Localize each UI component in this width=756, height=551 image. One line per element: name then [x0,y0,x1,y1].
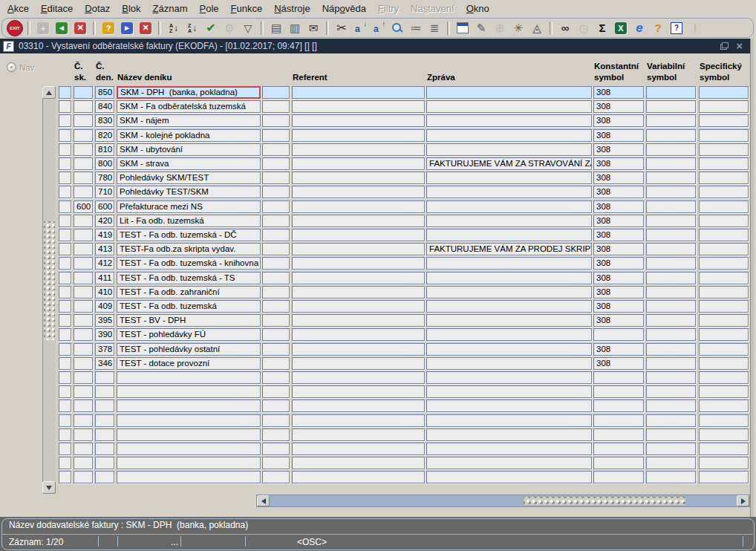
cell-extra[interactable] [262,286,290,299]
web-icon[interactable]: ⊕ [492,20,508,36]
cell-ind[interactable] [59,371,71,384]
cell-ind[interactable] [59,257,71,270]
cell-nazev[interactable]: SKM - nájem [117,114,261,127]
cell-zprava[interactable]: FAKTURUJEME VÁM ZA PRODEJ SKRIPT [426,243,592,255]
cell-nazev[interactable]: TEST - Fa odb. zahraniční [117,286,261,299]
cell-extra[interactable] [262,400,290,412]
cell-nazev[interactable]: SKM - ubytování [117,143,261,156]
cell-nazev[interactable]: TEST - Fa odb. tuzemská [117,300,261,313]
cell-ind[interactable] [59,229,71,241]
cell-nazev[interactable]: TEST - pohledávky ostatní [117,343,261,356]
cell-ind[interactable] [59,414,71,427]
cell-sk[interactable] [74,471,93,483]
cell-ks[interactable] [593,400,644,412]
cell-referent[interactable] [292,343,425,356]
cell-ks[interactable]: 308 [593,300,644,313]
cell-ks[interactable]: 308 [593,272,644,284]
cell-referent[interactable] [292,414,425,427]
execute-query-icon[interactable]: ▸ [119,20,135,36]
cell-den[interactable]: 810 [95,143,114,156]
cell-sk[interactable] [74,143,93,156]
cell-nazev[interactable] [117,471,261,483]
cell-zprava[interactable] [426,343,592,356]
cell-ks[interactable]: 308 [593,157,644,170]
cell-zprava[interactable] [426,471,592,483]
cell-extra[interactable] [262,215,290,227]
excel-export-icon[interactable]: X [613,20,629,36]
cell-ind[interactable] [59,314,71,327]
cell-vs[interactable] [646,471,696,483]
menu-item-okno[interactable]: Okno [460,1,495,16]
cell-zprava[interactable] [426,457,592,469]
cell-ss[interactable] [699,114,749,127]
cancel-query-icon[interactable]: ✕ [137,20,154,36]
cell-sk[interactable] [74,172,93,184]
cell-vs[interactable] [646,343,696,356]
cell-zprava[interactable] [426,371,592,384]
exit-button[interactable]: EXIT [7,20,23,36]
nav-radio[interactable]: Nav [7,62,34,72]
cell-ss[interactable] [699,400,749,412]
cell-ind[interactable] [59,129,71,142]
cell-extra[interactable] [262,272,290,284]
cell-ind[interactable] [59,272,71,284]
cell-zprava[interactable] [426,86,592,99]
cell-referent[interactable] [292,457,425,469]
cell-den[interactable] [95,443,114,455]
cell-den[interactable] [95,471,114,483]
cell-ss[interactable] [699,257,749,270]
cell-extra[interactable] [262,328,290,341]
cell-sk[interactable] [74,229,93,241]
cell-sk[interactable] [74,400,93,412]
cell-den[interactable] [95,371,114,384]
cell-referent[interactable] [292,257,425,270]
cell-referent[interactable] [292,385,425,398]
cell-ss[interactable] [699,371,749,384]
cell-ks[interactable] [593,443,644,455]
cell-ks[interactable]: 308 [593,314,644,327]
cell-ss[interactable] [699,385,749,398]
cell-den[interactable]: 413 [95,243,114,255]
cell-ind[interactable] [59,343,71,356]
cell-den[interactable]: 378 [95,343,114,356]
send-mail-icon[interactable]: ✉ [305,20,322,36]
tools-icon[interactable]: ⚙ [221,20,238,36]
cell-ks[interactable] [593,457,644,469]
cell-nazev[interactable]: SKM - Fa odběratelská tuzemská [117,100,261,113]
cell-nazev[interactable]: SKM - kolejné pokladna [117,129,261,142]
cell-ss[interactable] [699,286,749,299]
cell-ss[interactable] [699,100,749,113]
cell-ss[interactable] [699,314,749,327]
cell-vs[interactable] [646,114,696,127]
cell-referent[interactable] [292,200,425,213]
cell-ss[interactable] [699,186,749,198]
cell-vs[interactable] [646,143,696,156]
cell-nazev[interactable] [117,371,261,384]
cell-ind[interactable] [59,172,71,184]
cell-referent[interactable] [292,300,425,313]
cell-sk[interactable] [74,129,93,142]
scroll-left-button[interactable] [257,495,270,506]
cell-referent[interactable] [292,471,425,483]
cell-vs[interactable] [646,172,696,184]
cell-sk[interactable] [74,257,93,270]
cell-referent[interactable] [292,229,425,241]
cell-sk[interactable] [74,371,93,384]
calendar-icon[interactable] [454,20,471,36]
cell-den[interactable] [95,428,114,441]
cell-ind[interactable] [59,457,71,469]
cell-referent[interactable] [292,129,425,142]
cut-icon[interactable]: ✂ [333,20,350,36]
cell-nazev[interactable] [117,385,261,398]
copy-icon[interactable]: a↓ [352,20,368,36]
cell-ks[interactable]: 308 [593,100,644,113]
cell-ind[interactable] [59,385,71,398]
sort-asc-icon[interactable]: AZ↓ [166,20,182,36]
cell-extra[interactable] [262,443,290,455]
cell-den[interactable]: 419 [95,229,114,241]
cell-vs[interactable] [646,314,696,327]
cell-nazev[interactable]: TEST - Fa odb. tuzemská - knihovna [117,257,261,270]
cell-sk[interactable] [74,114,93,127]
cell-extra[interactable] [262,172,290,184]
tree-view-icon[interactable]: ≣ [426,20,443,36]
